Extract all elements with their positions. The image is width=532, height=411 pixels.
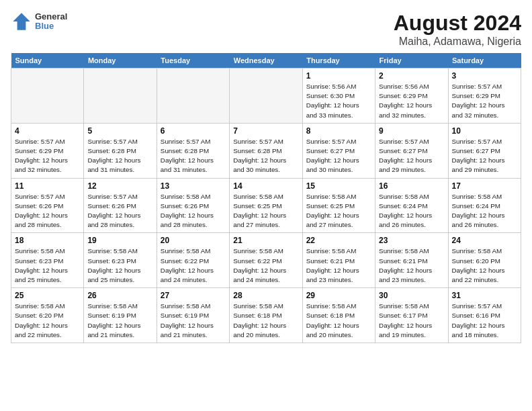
day-number: 13 — [161, 181, 226, 191]
day-number: 25 — [15, 291, 80, 300]
calendar-day-cell — [157, 68, 229, 124]
calendar-week-2: 4Sunrise: 5:57 AM Sunset: 6:29 PM Daylig… — [11, 123, 521, 178]
day-number: 29 — [306, 291, 371, 300]
day-number: 23 — [379, 236, 444, 245]
day-number: 12 — [87, 181, 152, 191]
day-number: 11 — [15, 181, 80, 191]
day-info: Sunrise: 5:58 AM Sunset: 6:22 PM Dayligh… — [161, 246, 226, 285]
weekday-header-row: SundayMondayTuesdayWednesdayThursdayFrid… — [11, 53, 521, 68]
calendar-day-cell: 20Sunrise: 5:58 AM Sunset: 6:22 PM Dayli… — [157, 233, 229, 288]
calendar-day-cell: 9Sunrise: 5:57 AM Sunset: 6:27 PM Daylig… — [375, 123, 448, 178]
calendar-day-cell: 22Sunrise: 5:58 AM Sunset: 6:21 PM Dayli… — [302, 233, 375, 288]
day-info: Sunrise: 5:58 AM Sunset: 6:24 PM Dayligh… — [379, 192, 444, 230]
day-info: Sunrise: 5:57 AM Sunset: 6:28 PM Dayligh… — [87, 137, 152, 175]
day-info: Sunrise: 5:58 AM Sunset: 6:17 PM Dayligh… — [379, 302, 444, 340]
weekday-header-monday: Monday — [84, 53, 157, 68]
calendar-week-1: 1Sunrise: 5:56 AM Sunset: 6:30 PM Daylig… — [11, 68, 521, 124]
calendar-day-cell: 10Sunrise: 5:57 AM Sunset: 6:27 PM Dayli… — [448, 123, 521, 178]
day-number: 30 — [379, 291, 444, 300]
day-number: 6 — [161, 126, 226, 136]
day-info: Sunrise: 5:58 AM Sunset: 6:22 PM Dayligh… — [233, 246, 298, 285]
calendar-day-cell: 26Sunrise: 5:58 AM Sunset: 6:19 PM Dayli… — [84, 288, 157, 343]
day-info: Sunrise: 5:57 AM Sunset: 6:27 PM Dayligh… — [306, 137, 371, 175]
day-info: Sunrise: 5:56 AM Sunset: 6:30 PM Dayligh… — [306, 82, 371, 120]
calendar-day-cell: 1Sunrise: 5:56 AM Sunset: 6:30 PM Daylig… — [302, 68, 375, 124]
day-number: 26 — [87, 291, 152, 300]
day-number: 15 — [306, 181, 371, 191]
weekday-header-wednesday: Wednesday — [230, 53, 302, 68]
page-header: General Blue August 2024 Maiha, Adamawa,… — [11, 11, 521, 48]
day-number: 17 — [452, 181, 517, 191]
calendar-day-cell: 2Sunrise: 5:56 AM Sunset: 6:29 PM Daylig… — [375, 68, 448, 124]
calendar-day-cell: 17Sunrise: 5:58 AM Sunset: 6:24 PM Dayli… — [448, 178, 521, 233]
calendar-day-cell: 28Sunrise: 5:58 AM Sunset: 6:18 PM Dayli… — [230, 288, 302, 343]
day-info: Sunrise: 5:57 AM Sunset: 6:27 PM Dayligh… — [379, 137, 444, 175]
day-number: 18 — [15, 236, 80, 245]
weekday-header-sunday: Sunday — [11, 53, 84, 68]
calendar-day-cell: 24Sunrise: 5:58 AM Sunset: 6:20 PM Dayli… — [448, 233, 521, 288]
calendar-day-cell — [84, 68, 157, 124]
day-number: 10 — [452, 126, 517, 136]
calendar-day-cell: 11Sunrise: 5:57 AM Sunset: 6:26 PM Dayli… — [11, 178, 84, 233]
day-info: Sunrise: 5:58 AM Sunset: 6:25 PM Dayligh… — [306, 192, 371, 230]
calendar-day-cell: 6Sunrise: 5:57 AM Sunset: 6:28 PM Daylig… — [157, 123, 229, 178]
day-info: Sunrise: 5:57 AM Sunset: 6:29 PM Dayligh… — [15, 137, 80, 175]
day-info: Sunrise: 5:56 AM Sunset: 6:29 PM Dayligh… — [379, 82, 444, 120]
calendar-week-3: 11Sunrise: 5:57 AM Sunset: 6:26 PM Dayli… — [11, 178, 521, 233]
day-info: Sunrise: 5:57 AM Sunset: 6:26 PM Dayligh… — [15, 192, 80, 230]
calendar-subtitle: Maiha, Adamawa, Nigeria — [394, 36, 521, 48]
calendar-day-cell: 16Sunrise: 5:58 AM Sunset: 6:24 PM Dayli… — [375, 178, 448, 233]
day-number: 28 — [233, 291, 298, 300]
day-number: 3 — [452, 71, 517, 81]
calendar-week-4: 18Sunrise: 5:58 AM Sunset: 6:23 PM Dayli… — [11, 233, 521, 288]
day-number: 19 — [87, 236, 152, 245]
logo-line1: General — [35, 12, 67, 21]
calendar-day-cell: 29Sunrise: 5:58 AM Sunset: 6:18 PM Dayli… — [302, 288, 375, 343]
day-info: Sunrise: 5:58 AM Sunset: 6:25 PM Dayligh… — [233, 192, 298, 230]
day-info: Sunrise: 5:57 AM Sunset: 6:27 PM Dayligh… — [452, 137, 517, 175]
day-info: Sunrise: 5:57 AM Sunset: 6:26 PM Dayligh… — [87, 192, 152, 230]
day-number: 31 — [452, 291, 517, 300]
day-info: Sunrise: 5:58 AM Sunset: 6:24 PM Dayligh… — [452, 192, 517, 230]
day-number: 2 — [379, 71, 444, 81]
title-block: August 2024 Maiha, Adamawa, Nigeria — [394, 11, 521, 48]
logo-icon — [11, 11, 32, 32]
day-number: 8 — [306, 126, 371, 136]
day-number: 21 — [233, 236, 298, 245]
day-info: Sunrise: 5:57 AM Sunset: 6:28 PM Dayligh… — [161, 137, 226, 175]
calendar-week-5: 25Sunrise: 5:58 AM Sunset: 6:20 PM Dayli… — [11, 288, 521, 343]
weekday-header-saturday: Saturday — [448, 53, 521, 68]
logo: General Blue — [11, 11, 67, 32]
day-info: Sunrise: 5:58 AM Sunset: 6:26 PM Dayligh… — [161, 192, 226, 230]
calendar-day-cell: 21Sunrise: 5:58 AM Sunset: 6:22 PM Dayli… — [230, 233, 302, 288]
calendar-day-cell: 12Sunrise: 5:57 AM Sunset: 6:26 PM Dayli… — [84, 178, 157, 233]
calendar-day-cell: 14Sunrise: 5:58 AM Sunset: 6:25 PM Dayli… — [230, 178, 302, 233]
calendar-day-cell: 15Sunrise: 5:58 AM Sunset: 6:25 PM Dayli… — [302, 178, 375, 233]
svg-marker-0 — [13, 13, 30, 30]
day-number: 9 — [379, 126, 444, 136]
day-info: Sunrise: 5:57 AM Sunset: 6:28 PM Dayligh… — [233, 137, 298, 175]
calendar-day-cell: 13Sunrise: 5:58 AM Sunset: 6:26 PM Dayli… — [157, 178, 229, 233]
calendar-day-cell: 4Sunrise: 5:57 AM Sunset: 6:29 PM Daylig… — [11, 123, 84, 178]
calendar-day-cell: 23Sunrise: 5:58 AM Sunset: 6:21 PM Dayli… — [375, 233, 448, 288]
calendar-day-cell: 18Sunrise: 5:58 AM Sunset: 6:23 PM Dayli… — [11, 233, 84, 288]
calendar-table: SundayMondayTuesdayWednesdayThursdayFrid… — [11, 53, 521, 343]
day-info: Sunrise: 5:58 AM Sunset: 6:21 PM Dayligh… — [379, 246, 444, 285]
day-info: Sunrise: 5:58 AM Sunset: 6:21 PM Dayligh… — [306, 246, 371, 285]
calendar-day-cell — [11, 68, 84, 124]
day-number: 14 — [233, 181, 298, 191]
calendar-title: August 2024 — [394, 11, 521, 36]
day-info: Sunrise: 5:58 AM Sunset: 6:19 PM Dayligh… — [161, 302, 226, 340]
calendar-day-cell: 5Sunrise: 5:57 AM Sunset: 6:28 PM Daylig… — [84, 123, 157, 178]
day-number: 27 — [161, 291, 226, 300]
day-number: 1 — [306, 71, 371, 81]
weekday-header-tuesday: Tuesday — [157, 53, 229, 68]
day-number: 24 — [452, 236, 517, 245]
day-info: Sunrise: 5:58 AM Sunset: 6:20 PM Dayligh… — [452, 246, 517, 285]
calendar-day-cell: 3Sunrise: 5:57 AM Sunset: 6:29 PM Daylig… — [448, 68, 521, 124]
logo-text: General Blue — [35, 12, 67, 32]
day-number: 20 — [161, 236, 226, 245]
calendar-day-cell: 8Sunrise: 5:57 AM Sunset: 6:27 PM Daylig… — [302, 123, 375, 178]
day-number: 16 — [379, 181, 444, 191]
calendar-day-cell: 31Sunrise: 5:57 AM Sunset: 6:16 PM Dayli… — [448, 288, 521, 343]
